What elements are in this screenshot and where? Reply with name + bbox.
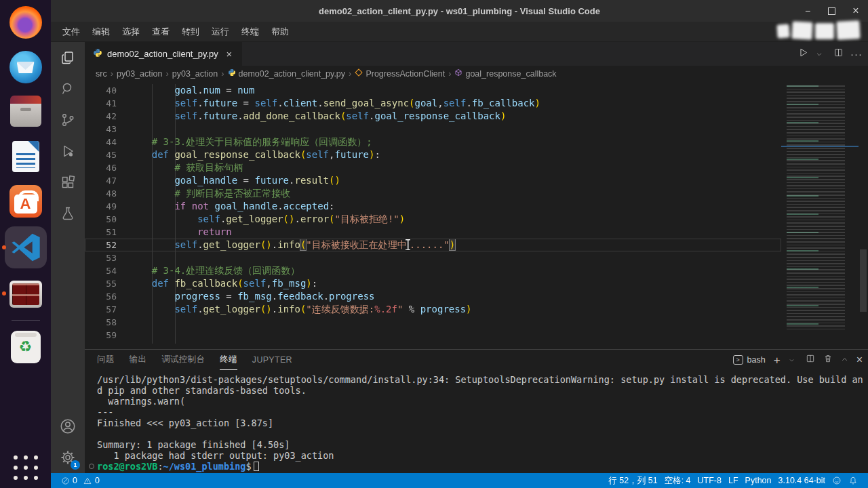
tab-demo02-action-client[interactable]: demo02_action_client_py.py ×	[85, 42, 243, 66]
line-number[interactable]: 50	[85, 213, 117, 226]
dock-terminator[interactable]	[0, 271, 51, 316]
code-line[interactable]: 56 progress = fb_msg.feedback.progress	[85, 290, 781, 303]
account-icon[interactable]	[51, 411, 85, 442]
menu-item[interactable]: 查看	[146, 23, 176, 41]
dock-files[interactable]	[0, 89, 51, 134]
line-number[interactable]: 59	[85, 329, 117, 342]
line-number[interactable]: 52	[85, 239, 117, 251]
feedback-smiley-icon[interactable]	[829, 476, 845, 485]
python-interpreter[interactable]: 3.10.4 64-bit	[775, 476, 829, 485]
line-number[interactable]: 56	[85, 290, 117, 303]
menu-item[interactable]: 帮助	[265, 23, 295, 41]
close-panel-icon[interactable]: ×	[856, 354, 863, 366]
line-number[interactable]: 40	[85, 84, 117, 97]
title-bar[interactable]: demo02_action_client_py.py - ws01_plumbi…	[51, 0, 868, 22]
line-number[interactable]: 47	[85, 174, 117, 187]
code-line[interactable]: 53	[85, 251, 781, 264]
code-line[interactable]: 59	[85, 329, 781, 342]
code-area[interactable]: 40 goal.num = num41 self.future = self.c…	[85, 81, 781, 349]
breadcrumb-item[interactable]: demo02_action_client_py.py	[228, 68, 346, 79]
dock-app-grid[interactable]	[0, 447, 51, 488]
line-number[interactable]: 41	[85, 97, 117, 110]
dock-firefox[interactable]	[0, 0, 51, 45]
code-line[interactable]: 43	[85, 123, 781, 136]
run-and-debug-icon[interactable]	[51, 136, 85, 167]
panel-tab[interactable]: 输出	[130, 350, 147, 370]
encoding[interactable]: UTF-8	[694, 476, 725, 485]
panel-tab[interactable]: JUPYTER	[252, 350, 292, 370]
settings-gear-icon[interactable]: 1	[51, 442, 85, 473]
dock-trash[interactable]: ♻	[0, 325, 51, 369]
menu-item[interactable]: 选择	[116, 23, 146, 41]
line-number[interactable]: 58	[85, 316, 117, 329]
split-terminal-icon[interactable]	[806, 354, 815, 366]
line-number[interactable]: 54	[85, 264, 117, 277]
line-number[interactable]: 49	[85, 200, 117, 213]
extensions-icon[interactable]	[51, 167, 85, 198]
maximize-button[interactable]	[828, 7, 835, 15]
indentation[interactable]: 空格: 4	[661, 475, 694, 487]
line-number[interactable]: 43	[85, 123, 117, 136]
code-line[interactable]: 57 self.get_logger().info("连续反馈数据:%.2f" …	[85, 303, 781, 316]
minimap[interactable]	[781, 81, 859, 349]
code-line[interactable]: 40 goal.num = num	[85, 84, 781, 97]
scrollbar-thumb[interactable]	[860, 249, 867, 312]
breadcrumb-item[interactable]: goal_response_callback	[454, 68, 556, 79]
code-line[interactable]: 42 self.future.add_done_callback(self.go…	[85, 110, 781, 123]
code-line[interactable]: 47 goal_handle = future.result()	[85, 174, 781, 187]
cursor-position[interactable]: 行 52，列 51	[605, 475, 660, 487]
panel-tab[interactable]: 终端	[220, 350, 237, 370]
line-number[interactable]: 53	[85, 251, 117, 264]
more-actions-icon[interactable]: ···	[850, 48, 863, 60]
dock-thunderbird[interactable]	[0, 45, 51, 89]
code-line[interactable]: 46 # 获取目标句柄	[85, 161, 781, 174]
code-line[interactable]: 49 if not goal_handle.accepted:	[85, 200, 781, 213]
editor-scrollbar[interactable]	[859, 81, 868, 349]
line-number[interactable]: 42	[85, 110, 117, 123]
panel-tab[interactable]: 调试控制台	[161, 350, 205, 370]
terminal-instance[interactable]: > bash	[733, 355, 766, 365]
minimize-button[interactable]: −	[802, 5, 813, 16]
code-line[interactable]: 54 # 3-4.处理连续反馈（回调函数）	[85, 264, 781, 277]
split-editor-icon[interactable]	[833, 47, 844, 60]
terminal-dropdown-icon[interactable]	[789, 354, 795, 366]
maximize-panel-icon[interactable]	[841, 354, 848, 366]
menu-item[interactable]: 文件	[56, 23, 86, 41]
breadcrumb-item[interactable]: ProgressActionClient	[355, 68, 445, 79]
dock-vscode[interactable]	[0, 224, 51, 271]
search-icon[interactable]	[51, 73, 85, 104]
code-line[interactable]: 55 def fb_callback(self,fb_msg):	[85, 277, 781, 290]
menu-item[interactable]: 终端	[235, 23, 265, 41]
code-line[interactable]: 52 self.get_logger().info("目标被接收正在处理中...…	[85, 239, 781, 251]
line-number[interactable]: 46	[85, 161, 117, 174]
run-python-file-button[interactable]	[797, 47, 809, 61]
line-number[interactable]: 51	[85, 226, 117, 239]
code-line[interactable]: 48 # 判断目标是否被正常接收	[85, 187, 781, 200]
code-line[interactable]: 58	[85, 316, 781, 329]
line-number[interactable]: 48	[85, 187, 117, 200]
menu-item[interactable]: 编辑	[86, 23, 116, 41]
source-control-icon[interactable]	[51, 104, 85, 136]
breadcrumb-item[interactable]: src	[96, 69, 107, 79]
eol[interactable]: LF	[725, 476, 742, 485]
line-number[interactable]: 45	[85, 148, 117, 161]
code-line[interactable]: 45 def goal_response_callback(self,futur…	[85, 148, 781, 161]
code-line[interactable]: 44 # 3-3.处理关于目标值的服务端响应（回调函数）;	[85, 136, 781, 148]
breadcrumb-item[interactable]: py03_action	[172, 69, 218, 79]
code-line[interactable]: 50 self.get_logger().error("目标被拒绝!")	[85, 213, 781, 226]
language-mode[interactable]: Python	[742, 476, 775, 485]
line-number[interactable]: 55	[85, 277, 117, 290]
explorer-icon[interactable]	[51, 42, 85, 73]
code-line[interactable]: 51 return	[85, 226, 781, 239]
line-number[interactable]: 57	[85, 303, 117, 316]
testing-icon[interactable]	[51, 198, 85, 229]
breadcrumb-item[interactable]: py03_action	[117, 69, 162, 79]
notifications-bell-icon[interactable]	[845, 476, 861, 485]
code-line[interactable]: 41 self.future = self.client.send_goal_a…	[85, 97, 781, 110]
terminal-output[interactable]: /usr/lib/python3/dist-packages/setuptool…	[85, 370, 868, 473]
problems-status[interactable]: 0 0	[58, 476, 103, 485]
code-editor[interactable]: 40 goal.num = num41 self.future = self.c…	[85, 81, 868, 349]
run-dropdown-icon[interactable]	[816, 48, 823, 60]
line-number[interactable]: 44	[85, 136, 117, 148]
tab-close-icon[interactable]: ×	[223, 48, 235, 60]
